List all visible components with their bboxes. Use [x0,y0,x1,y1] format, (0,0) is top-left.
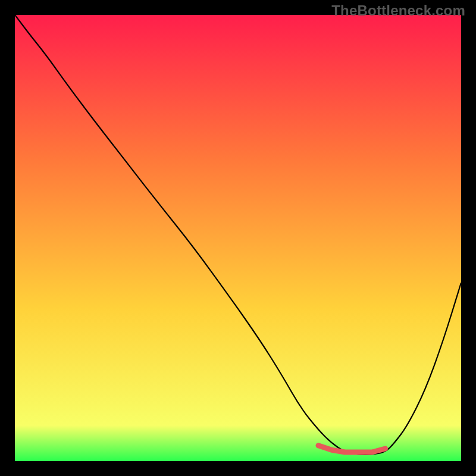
gradient-background [15,15,461,461]
watermark-text: TheBottleneck.com [331,2,465,19]
bottleneck-chart [15,15,461,461]
